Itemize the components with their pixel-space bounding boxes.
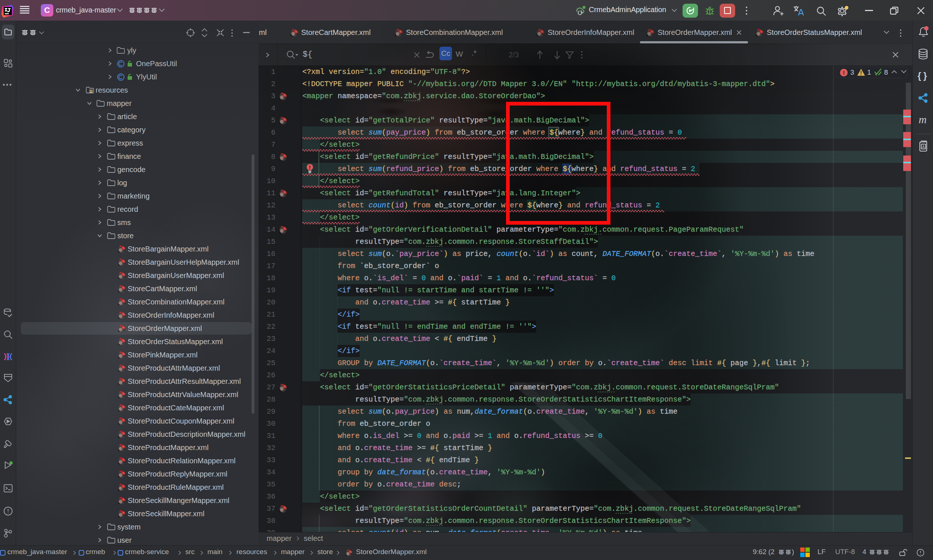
svg-text:A: A: [922, 145, 925, 149]
